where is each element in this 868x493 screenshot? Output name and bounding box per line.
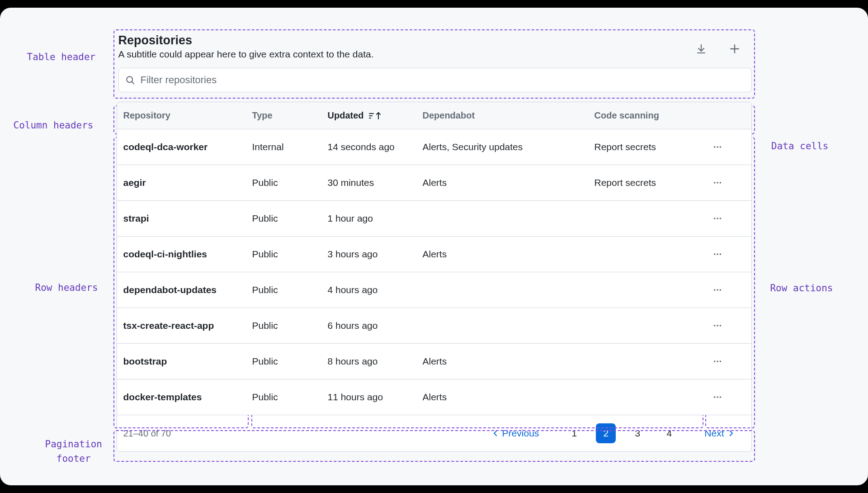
row-actions-button[interactable] [710,318,725,333]
col-type[interactable]: Type [246,102,321,129]
svg-point-13 [713,289,715,291]
annotation-row-headers: Row headers [35,282,98,293]
row-actions-button[interactable] [710,390,725,404]
cell-updated: 30 minutes [321,165,416,200]
annotation-column-headers: Column headers [14,120,94,131]
svg-point-2 [717,146,718,148]
cell-code-scanning [588,344,701,379]
cell-type: Public [246,201,321,236]
cell-actions [701,272,734,308]
col-actions [701,102,734,129]
svg-point-21 [719,360,721,362]
svg-point-22 [713,396,715,398]
cell-dependabot [416,308,588,343]
search-input[interactable] [141,74,745,86]
search-input-wrap[interactable] [118,68,752,92]
cell-type: Public [246,308,321,343]
plus-icon [729,43,741,55]
cell-actions [701,129,734,165]
cell-code-scanning [588,201,701,236]
search-icon [125,75,135,85]
download-icon [696,43,707,54]
cell-updated: 1 hour ago [321,201,416,236]
kebab-icon [712,178,722,188]
cell-updated: 6 hours ago [321,308,416,343]
table-row: bootstrapPublic8 hours agoAlerts [117,344,751,379]
svg-point-11 [717,253,718,255]
svg-point-5 [717,182,718,184]
cell-repository[interactable]: bootstrap [117,344,246,379]
svg-point-23 [717,396,718,398]
cell-dependabot: Alerts, Security updates [416,129,588,165]
cell-repository[interactable]: strapi [117,201,246,236]
cell-repository[interactable]: tsx-create-react-app [117,308,246,343]
pagination-previous[interactable]: Previous [485,425,546,441]
table-row: docker-templatesPublic11 hours agoAlerts [117,379,751,415]
cell-type: Public [246,165,321,200]
cell-repository[interactable]: docker-templates [117,379,246,415]
add-button[interactable] [727,42,742,56]
table-row: codeql-dca-workerInternal14 seconds agoA… [117,129,751,165]
column-header-row: Repository Type Updated Dependabot Code … [117,102,751,129]
cell-actions [701,344,734,379]
svg-point-12 [719,253,721,255]
chevron-right-icon [727,429,735,437]
cell-code-scanning [588,272,701,308]
row-actions-button[interactable] [710,175,725,190]
annotation-pagination-footer: Paginationfooter [45,437,102,466]
cell-dependabot: Alerts [416,165,588,200]
kebab-icon [712,285,722,295]
cell-repository[interactable]: codeql-dca-worker [117,129,246,165]
svg-point-18 [719,325,721,327]
cell-type: Public [246,237,321,272]
cell-actions [701,165,734,200]
cell-dependabot: Alerts [416,237,588,272]
cell-type: Public [246,379,321,415]
row-actions-button[interactable] [710,211,725,226]
pagination-footer: 21–40 of 70 Previous 1234 Next [117,415,752,452]
page-number-1[interactable]: 1 [564,423,584,443]
row-actions-button[interactable] [710,283,725,297]
col-updated-label: Updated [328,110,364,121]
cell-repository[interactable]: aegir [117,165,246,200]
cell-type: Internal [246,129,321,165]
col-dependabot[interactable]: Dependabot [416,102,588,129]
pagination-previous-label: Previous [502,428,539,439]
page-number-3[interactable]: 3 [627,423,647,443]
table-row: aegirPublic30 minutesAlertsReport secret… [117,165,751,201]
page-number-4[interactable]: 4 [659,423,679,443]
svg-point-20 [717,360,718,362]
cell-updated: 8 hours ago [321,344,416,379]
cell-dependabot: Alerts [416,379,588,415]
annotation-table-header: Table header [27,52,96,62]
cell-code-scanning [588,379,701,415]
cell-actions [701,237,734,272]
row-actions-button[interactable] [710,354,725,369]
cell-type: Public [246,272,321,308]
download-button[interactable] [694,42,708,56]
cell-code-scanning: Report secrets [588,165,701,200]
cell-repository[interactable]: codeql-ci-nightlies [117,237,246,272]
table-header: Repositories A subtitle could appear her… [117,33,752,92]
svg-point-1 [713,146,715,148]
col-repository[interactable]: Repository [117,102,246,129]
kebab-icon [712,356,722,366]
page-number-2[interactable]: 2 [596,423,616,443]
pagination-summary: 21–40 of 70 [123,428,171,439]
svg-point-10 [713,253,715,255]
cell-repository[interactable]: dependabot-updates [117,272,246,308]
table-row: codeql-ci-nightliesPublic3 hours agoAler… [117,237,751,272]
col-updated[interactable]: Updated [321,102,416,129]
cell-dependabot [416,272,588,308]
row-actions-button[interactable] [710,140,725,154]
cell-dependabot [416,201,588,236]
table-row: tsx-create-react-appPublic6 hours ago [117,308,751,344]
col-code-scanning[interactable]: Code scanning [588,102,701,129]
pagination-next[interactable]: Next [698,425,741,441]
svg-point-4 [713,182,715,184]
cell-type: Public [246,344,321,379]
row-actions-button[interactable] [710,247,725,261]
cell-code-scanning: Report secrets [588,129,701,165]
svg-point-17 [717,325,718,327]
svg-point-9 [719,218,721,219]
